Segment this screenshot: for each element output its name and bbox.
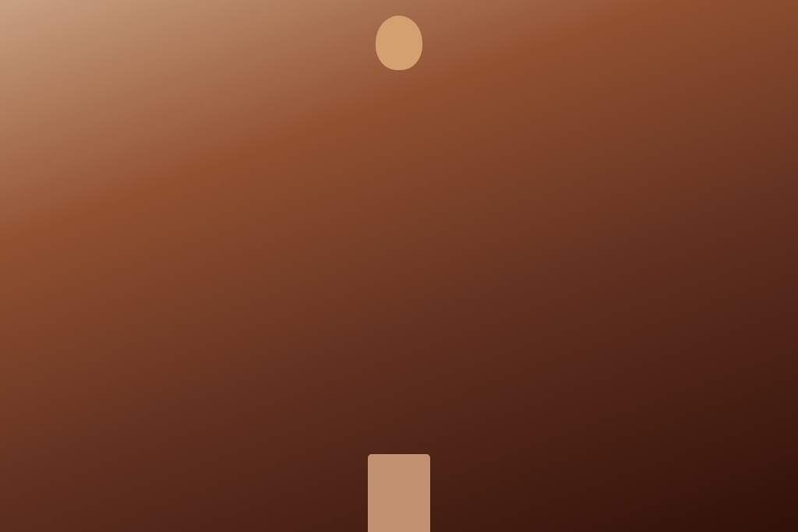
right-image-inner — [542, 143, 667, 299]
right-chat-messages: TAYLOR HERD hello ME Hey TAYLOR HERD the… — [530, 56, 798, 491]
right-chat-image — [542, 143, 667, 299]
right-panel: Taylor Herd ❯ TODAY TAYLOR HERD hello ME… — [530, 0, 798, 532]
